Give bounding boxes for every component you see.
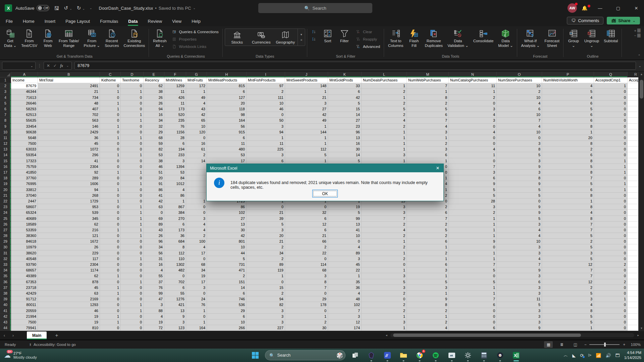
cell[interactable]: 76995 [11, 181, 38, 187]
table-row[interactable]: 298461816720096684100801216601691020 [0, 239, 644, 244]
cell[interactable]: 0 [594, 216, 628, 222]
header-cell[interactable]: NumWebVisitsMonth [542, 77, 594, 83]
cell[interactable]: 42429 [11, 291, 38, 296]
cell[interactable]: 0 [121, 101, 144, 106]
cell[interactable]: 88 [144, 308, 164, 314]
cell[interactable]: 37 [144, 279, 164, 285]
row-number[interactable]: 43 [0, 319, 11, 325]
cell[interactable]: 55 [164, 291, 186, 296]
cell[interactable]: 3 [362, 273, 407, 279]
cell[interactable]: 2 [407, 319, 449, 325]
cell[interactable]: 63 [144, 204, 164, 210]
cell[interactable]: 421 [164, 302, 186, 308]
document-title[interactable]: DoorDash_Case_Study.xlsx • Saved to this… [99, 6, 196, 11]
cell[interactable]: 0 [121, 141, 144, 146]
table-row[interactable]: 109063824290029115612091594144961341010 [0, 129, 644, 135]
row-number[interactable]: 12 [0, 141, 11, 146]
cell[interactable]: 0 [100, 204, 121, 210]
cell[interactable]: 12 [542, 262, 594, 267]
cell[interactable]: 13 [328, 135, 362, 141]
cell[interactable]: 27 [328, 118, 362, 123]
cell[interactable]: 3 [164, 319, 186, 325]
cell[interactable]: 878 [38, 279, 100, 285]
column-header-J[interactable]: J [285, 72, 328, 77]
cell[interactable]: 11 [164, 101, 186, 106]
cell[interactable]: 12 [285, 222, 328, 227]
cell[interactable]: 8 [497, 175, 542, 181]
cell[interactable]: 1 [362, 314, 407, 319]
cell[interactable]: 5 [497, 302, 542, 308]
cell[interactable]: 4 [542, 210, 594, 216]
cell[interactable]: 296 [38, 152, 100, 158]
cell[interactable]: 2 [407, 101, 449, 106]
cell[interactable]: 93790 [11, 262, 38, 267]
zoom-slider-thumb[interactable] [604, 343, 606, 347]
column-header-E[interactable]: E [144, 72, 164, 77]
cell[interactable]: 6 [449, 175, 497, 181]
cell[interactable]: 0 [121, 198, 144, 204]
table-row[interactable]: 151732341003831417615110381 [0, 158, 644, 164]
cell[interactable]: 48 [38, 101, 100, 106]
table-row[interactable]: 2838360121012636242202110221450 [0, 233, 644, 239]
cell[interactable]: 5648 [11, 135, 38, 141]
table-row[interactable]: 1IncomeMntTotalKidhomeTeenhomeRecencyMnt… [0, 77, 644, 83]
cell[interactable]: 7 [542, 273, 594, 279]
header-cell[interactable]: MntMeatProducts [207, 77, 247, 83]
cell[interactable]: 26 [144, 95, 164, 101]
row-number[interactable]: 20 [0, 187, 11, 193]
cell[interactable]: 19 [328, 204, 362, 210]
filter-button[interactable]: Filter [336, 27, 353, 44]
row-number[interactable]: 19 [0, 181, 11, 187]
settings-icon[interactable] [462, 349, 474, 362]
cell[interactable]: 3 [328, 256, 362, 262]
cell[interactable]: 1672 [38, 239, 100, 244]
cell[interactable]: 173 [164, 227, 186, 233]
row-number[interactable]: 17 [0, 170, 11, 175]
normal-view-button[interactable]: ▦ [544, 341, 553, 348]
cell[interactable]: 0 [594, 314, 628, 319]
cell[interactable]: 67353 [11, 279, 38, 285]
row-number[interactable]: 9 [0, 124, 11, 129]
cell[interactable]: 65324 [11, 210, 38, 216]
cell[interactable]: 4 [542, 83, 594, 89]
cell[interactable]: 0 [100, 129, 121, 135]
cell[interactable]: 8 [497, 146, 542, 152]
table-row[interactable]: 34686571174004482344711196822135970 [0, 267, 644, 273]
cell[interactable]: 0 [100, 302, 121, 308]
sort-button[interactable]: ZAAZSort [320, 27, 336, 44]
cell[interactable]: 16 [328, 141, 362, 146]
save-icon[interactable]: 🖫 [54, 5, 59, 11]
calculator-icon[interactable] [478, 349, 490, 362]
cell[interactable]: 270 [164, 216, 186, 222]
cell[interactable]: 174 [328, 325, 362, 331]
google-media-icon[interactable] [494, 349, 506, 362]
cell[interactable]: 0 [121, 296, 144, 302]
cell[interactable]: 6 [497, 279, 542, 285]
cell[interactable]: 96 [328, 129, 362, 135]
cell[interactable]: 0 [121, 244, 144, 250]
cell[interactable]: 0 [186, 314, 207, 319]
cell[interactable]: 1 [121, 216, 144, 222]
cell[interactable]: 10 [207, 319, 247, 325]
cell[interactable]: 15 [328, 106, 362, 112]
cell[interactable]: 86 [144, 187, 164, 193]
cell[interactable]: 4 [407, 325, 449, 331]
cell[interactable]: 7 [542, 267, 594, 273]
cell[interactable]: 4 [186, 227, 207, 233]
fx-chevron-icon[interactable]: ⌄ [66, 64, 69, 67]
cell[interactable]: 3 [247, 308, 285, 314]
cell[interactable]: 35 [328, 279, 362, 285]
cell[interactable]: 56 [144, 250, 164, 256]
cell[interactable]: 9 [164, 314, 186, 319]
cell[interactable]: 21 [247, 239, 285, 244]
accessibility-status[interactable]: 🯅 Accessibility: Good to go [29, 343, 76, 347]
cell[interactable]: 3 [362, 210, 407, 216]
cell[interactable]: 48 [328, 296, 362, 302]
page-layout-view-button[interactable]: 🗏 [557, 341, 566, 348]
cell[interactable]: 0 [121, 325, 144, 331]
cell[interactable]: 1 [285, 158, 328, 164]
cell[interactable]: 7500 [11, 141, 38, 146]
cell[interactable]: 0 [497, 198, 542, 204]
cell[interactable]: 75759 [11, 164, 38, 170]
cell[interactable]: 3 [285, 101, 328, 106]
